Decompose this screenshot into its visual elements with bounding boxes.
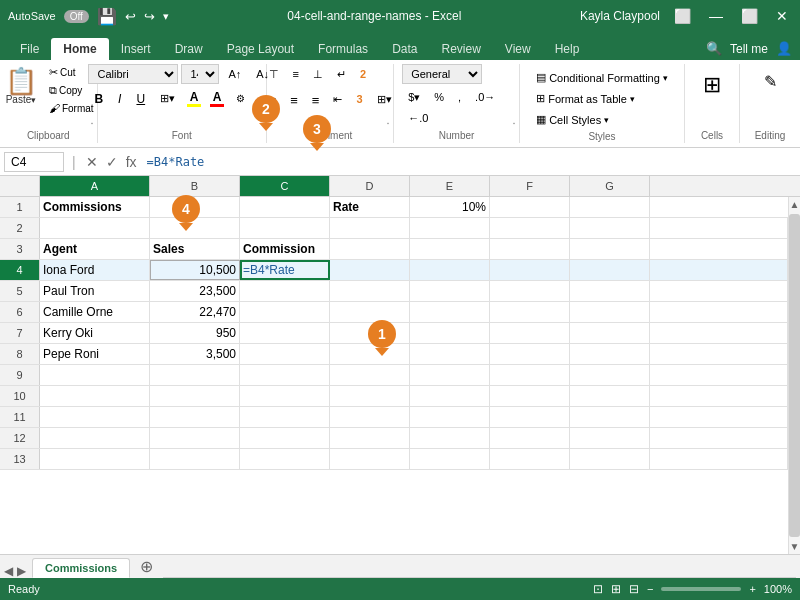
- col-header-b[interactable]: B: [150, 176, 240, 196]
- normal-view-icon[interactable]: ⊡: [593, 582, 603, 596]
- cell-e13[interactable]: [410, 449, 490, 469]
- cell-c7[interactable]: [240, 323, 330, 343]
- cell-d2[interactable]: [330, 218, 410, 238]
- row-num-1[interactable]: 1: [0, 197, 40, 217]
- page-layout-view-icon[interactable]: ⊞: [611, 582, 621, 596]
- cell-d6[interactable]: [330, 302, 410, 322]
- italic-button[interactable]: I: [112, 89, 127, 109]
- cell-c1[interactable]: [240, 197, 330, 217]
- tab-data[interactable]: Data: [380, 38, 429, 60]
- page-break-view-icon[interactable]: ⊟: [629, 582, 639, 596]
- cell-e12[interactable]: [410, 428, 490, 448]
- cell-c11[interactable]: [240, 407, 330, 427]
- cell-a12[interactable]: [40, 428, 150, 448]
- percent-button[interactable]: %: [428, 88, 450, 107]
- scroll-right-icon[interactable]: ▶: [17, 564, 26, 578]
- cell-b4[interactable]: 10,500: [150, 260, 240, 280]
- editing-icon[interactable]: ✎: [764, 72, 777, 91]
- borders-button[interactable]: ⊞▾: [154, 89, 181, 108]
- cell-a10[interactable]: [40, 386, 150, 406]
- cell-a11[interactable]: [40, 407, 150, 427]
- zoom-level[interactable]: 100%: [764, 583, 792, 595]
- indent-increase-button[interactable]: 3: [350, 89, 368, 112]
- cell-e11[interactable]: [410, 407, 490, 427]
- zoom-out-icon[interactable]: −: [647, 583, 653, 595]
- col-header-e[interactable]: E: [410, 176, 490, 196]
- tab-draw[interactable]: Draw: [163, 38, 215, 60]
- row-num-10[interactable]: 10: [0, 386, 40, 406]
- cell-c2[interactable]: [240, 218, 330, 238]
- row-num-12[interactable]: 12: [0, 428, 40, 448]
- autosave-toggle[interactable]: Off: [64, 10, 89, 23]
- cell-f5[interactable]: [490, 281, 570, 301]
- cells-icon[interactable]: ⊞: [703, 72, 721, 98]
- undo-icon[interactable]: ↩: [125, 9, 136, 24]
- col-header-a[interactable]: A: [40, 176, 150, 196]
- scroll-left-icon[interactable]: ◀: [4, 564, 13, 578]
- number-expander[interactable]: ⬞: [511, 118, 517, 129]
- tab-page-layout[interactable]: Page Layout: [215, 38, 306, 60]
- cell-a3[interactable]: Agent: [40, 239, 150, 259]
- cell-b3[interactable]: Sales: [150, 239, 240, 259]
- cell-d12[interactable]: [330, 428, 410, 448]
- cell-b5[interactable]: 23,500: [150, 281, 240, 301]
- alignment-expander[interactable]: ⬞: [385, 118, 391, 129]
- cell-d10[interactable]: [330, 386, 410, 406]
- cell-d13[interactable]: [330, 449, 410, 469]
- zoom-slider[interactable]: [661, 587, 741, 591]
- bold-button[interactable]: B: [88, 89, 109, 109]
- cell-e4[interactable]: [410, 260, 490, 280]
- currency-button[interactable]: $▾: [402, 88, 426, 107]
- cell-reference-box[interactable]: [4, 152, 64, 172]
- cell-g13[interactable]: [570, 449, 650, 469]
- cell-e6[interactable]: [410, 302, 490, 322]
- redo-icon[interactable]: ↪: [144, 9, 155, 24]
- cell-a7[interactable]: Kerry Oki: [40, 323, 150, 343]
- cell-e9[interactable]: [410, 365, 490, 385]
- cell-a8[interactable]: Pepe Roni: [40, 344, 150, 364]
- cell-b12[interactable]: [150, 428, 240, 448]
- cell-f7[interactable]: [490, 323, 570, 343]
- row-num-5[interactable]: 5: [0, 281, 40, 301]
- cell-a2[interactable]: [40, 218, 150, 238]
- customize-qat-icon[interactable]: ▾: [163, 10, 169, 23]
- cell-g10[interactable]: [570, 386, 650, 406]
- restore-icon[interactable]: ⬜: [670, 8, 695, 24]
- col-header-d[interactable]: D: [330, 176, 410, 196]
- row-num-6[interactable]: 6: [0, 302, 40, 322]
- table-dropdown-icon[interactable]: ▾: [630, 94, 635, 104]
- cell-c3[interactable]: Commission: [240, 239, 330, 259]
- cell-f4[interactable]: [490, 260, 570, 280]
- save-icon[interactable]: 💾: [97, 7, 117, 26]
- align-top-button[interactable]: ⊤: [263, 64, 285, 85]
- cell-e3[interactable]: [410, 239, 490, 259]
- cell-f1[interactable]: [490, 197, 570, 217]
- tab-insert[interactable]: Insert: [109, 38, 163, 60]
- decrease-decimal-button[interactable]: ←.0: [402, 109, 434, 127]
- formula-input[interactable]: [143, 153, 800, 171]
- align-right-button[interactable]: ≡: [306, 89, 326, 112]
- cell-e8[interactable]: [410, 344, 490, 364]
- align-middle-button[interactable]: ≡: [287, 64, 305, 85]
- cell-d1[interactable]: Rate: [330, 197, 410, 217]
- cell-c12[interactable]: [240, 428, 330, 448]
- close-icon[interactable]: ✕: [772, 8, 792, 24]
- cell-c13[interactable]: [240, 449, 330, 469]
- row-num-11[interactable]: 11: [0, 407, 40, 427]
- cell-styles-dropdown-icon[interactable]: ▾: [604, 115, 609, 125]
- align-center-button[interactable]: ≡: [284, 89, 304, 112]
- format-as-table-button[interactable]: ⊞ Format as Table ▾: [527, 89, 644, 108]
- cell-d5[interactable]: [330, 281, 410, 301]
- cell-g6[interactable]: [570, 302, 650, 322]
- tab-review[interactable]: Review: [429, 38, 492, 60]
- cell-a6[interactable]: Camille Orne: [40, 302, 150, 322]
- cell-styles-button[interactable]: ▦ Cell Styles ▾: [527, 110, 618, 129]
- cell-e10[interactable]: [410, 386, 490, 406]
- align-bottom-button[interactable]: ⊥: [307, 64, 329, 85]
- cell-f10[interactable]: [490, 386, 570, 406]
- conditional-dropdown-icon[interactable]: ▾: [663, 73, 668, 83]
- row-num-3[interactable]: 3: [0, 239, 40, 259]
- insert-function-icon[interactable]: fx: [124, 152, 139, 172]
- cell-c8[interactable]: [240, 344, 330, 364]
- number-format-select[interactable]: General: [402, 64, 482, 84]
